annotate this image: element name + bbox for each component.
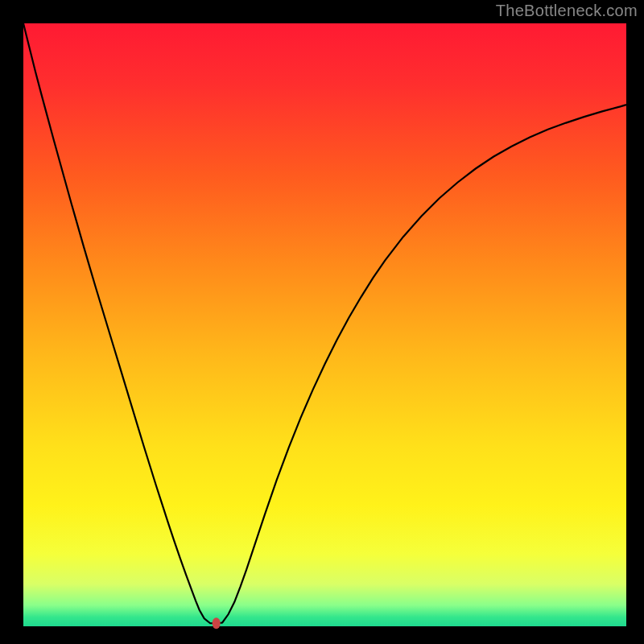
chart-container: TheBottleneck.com bbox=[0, 0, 644, 644]
plot-background bbox=[23, 23, 626, 626]
watermark-text: TheBottleneck.com bbox=[496, 2, 638, 20]
optimal-point-marker bbox=[213, 617, 221, 629]
bottleneck-chart bbox=[0, 0, 644, 644]
